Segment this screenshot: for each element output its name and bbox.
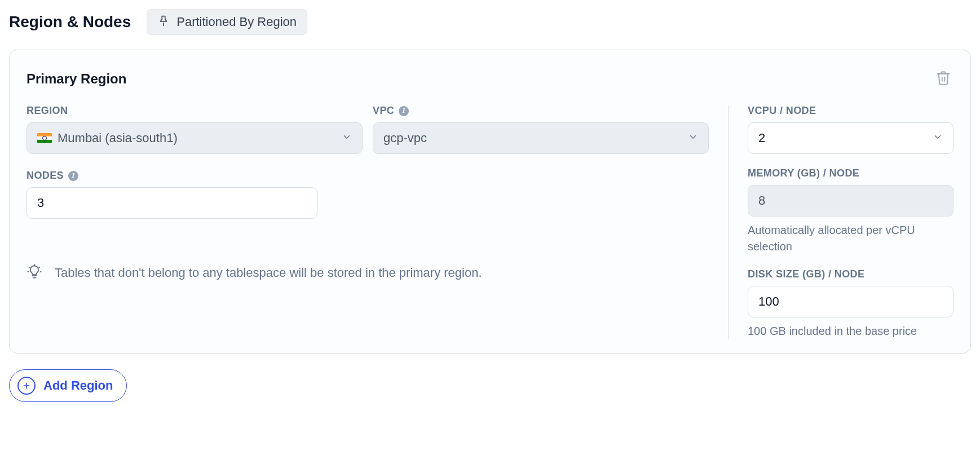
nodes-field: NODES i: [27, 170, 709, 219]
memory-field: MEMORY (GB) / NODE 8 Automatically alloc…: [748, 167, 953, 255]
section-title: Region & Nodes: [9, 13, 131, 31]
add-region-label: Add Region: [43, 378, 113, 393]
disk-helper: 100 GB included in the base price: [748, 323, 953, 339]
card-title: Primary Region: [27, 71, 126, 87]
memory-readonly: 8: [748, 185, 953, 217]
pin-icon: [157, 14, 170, 30]
trash-icon: [935, 80, 951, 88]
disk-input[interactable]: [748, 286, 953, 317]
vcpu-value: 2: [758, 131, 765, 145]
vpc-value: gcp-vpc: [383, 131, 427, 145]
region-field: REGION Mumbai (asia-south1): [27, 105, 363, 154]
delete-region-button[interactable]: [933, 67, 953, 90]
vcpu-label: vCPU / NODE: [748, 105, 953, 117]
partitioned-by-region-chip[interactable]: Partitioned By Region: [147, 9, 307, 35]
add-region-button[interactable]: Add Region: [9, 369, 127, 402]
memory-helper: Automatically allocated per vCPU selecti…: [748, 222, 953, 255]
vcpu-select[interactable]: 2: [748, 122, 953, 154]
card-header: Primary Region: [27, 67, 953, 90]
memory-label: MEMORY (GB) / NODE: [748, 167, 953, 179]
plus-circle-icon: [17, 377, 36, 395]
info-icon[interactable]: i: [399, 106, 409, 116]
section-header: Region & Nodes Partitioned By Region: [9, 9, 971, 35]
left-column: REGION Mumbai (asia-south1) VPC: [27, 105, 728, 339]
chevron-down-icon: [342, 131, 352, 145]
chevron-down-icon: [688, 131, 698, 145]
region-select[interactable]: Mumbai (asia-south1): [27, 122, 363, 154]
india-flag-icon: [37, 133, 52, 143]
nodes-input[interactable]: [27, 187, 317, 219]
svg-line-1: [29, 267, 30, 268]
vpc-label: VPC i: [373, 105, 709, 117]
disk-label: DISK SIZE (GB) / NODE: [748, 268, 953, 280]
tip-row: Tables that don't belong to any tablespa…: [27, 263, 709, 283]
card-columns: REGION Mumbai (asia-south1) VPC: [27, 105, 953, 339]
lightbulb-icon: [27, 263, 42, 283]
right-column: vCPU / NODE 2 MEMORY (GB) / NODE 8 Autom…: [728, 105, 953, 339]
svg-line-2: [39, 267, 39, 268]
chip-label: Partitioned By Region: [176, 15, 297, 29]
vcpu-field: vCPU / NODE 2: [748, 105, 953, 154]
vpc-field: VPC i gcp-vpc: [373, 105, 709, 154]
info-icon[interactable]: i: [68, 171, 78, 181]
disk-field: DISK SIZE (GB) / NODE 100 GB included in…: [748, 268, 953, 339]
region-vpc-row: REGION Mumbai (asia-south1) VPC: [27, 105, 709, 154]
memory-value: 8: [758, 193, 765, 208]
tip-text: Tables that don't belong to any tablespa…: [55, 264, 482, 282]
nodes-label: NODES i: [27, 170, 709, 182]
primary-region-card: Primary Region REGION Mumbai (asia-south…: [9, 50, 971, 354]
region-label: REGION: [27, 105, 363, 117]
region-value: Mumbai (asia-south1): [58, 131, 178, 145]
vpc-select[interactable]: gcp-vpc: [373, 122, 709, 154]
chevron-down-icon: [933, 131, 943, 145]
